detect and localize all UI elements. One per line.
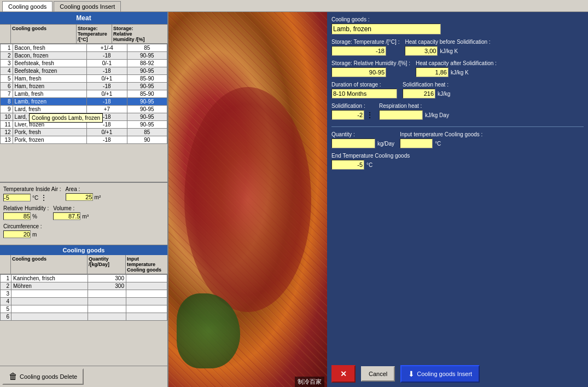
bottom-col-input-temp: Input temperature Cooling goods — [126, 255, 167, 274]
col-header-cooling-goods: Cooling goods — [11, 25, 77, 43]
bottom-section-header: Cooling goods — [0, 245, 167, 255]
duration-input[interactable] — [331, 89, 397, 99]
end-temp-label: End Temperature Cooling goods — [331, 153, 584, 159]
temp-inside-label: Temperature Inside Air : — [3, 186, 61, 192]
storage-temp-label: Storage: Temperature /[°C] : — [331, 39, 399, 45]
solid-heat-unit: kJ/kg — [438, 91, 450, 97]
bottom-col-id — [0, 255, 11, 274]
circumference-unit: m — [32, 232, 37, 238]
solidification-input[interactable] — [331, 110, 364, 120]
area-label: Area : — [66, 186, 101, 192]
tab-cooling-goods-insert[interactable]: Cooling goods Insert — [54, 1, 121, 11]
form-goods-input[interactable] — [331, 24, 441, 34]
table-row[interactable]: 7 Lamb, fresh 0/+1 85-90 — [1, 90, 167, 98]
col-header-id — [0, 25, 11, 43]
temp-inside-unit: °C — [32, 195, 38, 201]
heat-after-input[interactable] — [416, 67, 449, 77]
table-row[interactable]: 2 Bacon, frozen -18 90-95 — [1, 52, 167, 60]
tab-cooling-goods[interactable]: Cooling goods — [2, 1, 53, 11]
col-header-humidity: Storage: Relative Humidity /[%] — [112, 25, 148, 43]
solid-heat-input[interactable] — [403, 89, 435, 99]
bottom-col-quantity: Quantity /[kg/Day] — [88, 255, 126, 274]
duration-label: Duration of storage : — [331, 82, 397, 88]
list-item[interactable]: 2 Möhren 300 — [1, 282, 167, 290]
cat-header-meat: Meat — [0, 12, 167, 25]
heat-before-label: Heat capacity before Solidification : — [405, 39, 490, 45]
solid-heat-label: Solidification heat : — [403, 82, 450, 88]
table-row[interactable]: 9 Lard, fresh +7 90-95 — [1, 106, 167, 113]
cooling-goods-table: 1 Bacon, fresh +1/-4 85 2 Bacon, frozen … — [0, 44, 167, 144]
list-item[interactable]: 6 — [1, 313, 167, 321]
table-row[interactable]: 3 Beefsteak, fresh 0/-1 88-92 — [1, 60, 167, 67]
humidity-label: Relative Humidity : — [3, 205, 49, 211]
resp-heat-label: Respiration heat : — [379, 103, 449, 109]
quantity-label: Quantity : — [331, 131, 394, 137]
insert-button[interactable]: ⬇ Cooling goods Insert — [400, 365, 480, 383]
heat-after-unit: kJ/kg K — [451, 70, 469, 76]
volume-label: Volume : — [53, 205, 89, 211]
circumference-input[interactable] — [3, 230, 31, 238]
solidification-label: Solidification : — [331, 103, 374, 109]
volume-input[interactable] — [53, 212, 80, 220]
delete-button[interactable]: 🗑 Cooling goods Delete — [2, 368, 84, 385]
watermark: 制冷百家 — [295, 377, 324, 387]
table-row[interactable]: 8 Lamb, frozen -18 90-95 — [1, 98, 167, 106]
area-unit: m² — [95, 194, 101, 200]
heat-before-unit: kJ/kg K — [440, 48, 458, 54]
table-row[interactable]: 13 Pork, frozen -18 90 — [1, 136, 167, 144]
insert-icon: ⬇ — [408, 369, 415, 378]
table-row[interactable]: 5 Ham, fresh 0/+1 85-90 — [1, 75, 167, 83]
form-goods-label: Cooling goods : — [331, 16, 584, 22]
humidity-form-label: Storage: Relative Humidity /[%] : — [331, 60, 410, 66]
input-temp-label: Input temperature Cooling goods : — [400, 131, 482, 137]
resp-heat-input[interactable] — [379, 110, 423, 120]
humidity-input[interactable] — [3, 212, 31, 220]
heat-before-input[interactable] — [405, 46, 438, 56]
volume-unit: m³ — [82, 213, 89, 220]
solid-spinner-icon[interactable]: ⋮ — [366, 111, 374, 119]
bottom-table: 1 Kaninchen, frisch 300 2 Möhren 300 3 4… — [0, 274, 167, 321]
tooltip: Cooling goods Lamb, frozen — [29, 113, 103, 123]
bottom-col-goods: Cooling goods — [11, 255, 88, 274]
input-temp-unit: °C — [435, 141, 441, 147]
list-item[interactable]: 4 — [1, 298, 167, 305]
end-temp-unit: °C — [366, 162, 372, 168]
list-item[interactable]: 3 — [1, 290, 167, 298]
cancel-text-button[interactable]: Cancel — [361, 366, 395, 382]
temp-inside-input[interactable] — [3, 194, 31, 201]
list-item[interactable]: 5 — [1, 305, 167, 313]
area-input[interactable] — [66, 193, 93, 201]
resp-heat-unit: kJ/kg Day — [425, 112, 449, 118]
tab-bar: Cooling goods Cooling goods Insert — [0, 0, 588, 12]
table-row[interactable]: 6 Ham, frozen -18 90-95 — [1, 83, 167, 90]
humidity-form-input[interactable] — [331, 67, 386, 77]
x-cancel-button[interactable]: ✕ — [331, 365, 356, 383]
table-row[interactable]: 1 Bacon, fresh +1/-4 85 — [1, 44, 167, 52]
circumference-label: Circumference : — [3, 223, 164, 229]
delete-icon: 🗑 — [9, 372, 18, 382]
humidity-unit: % — [32, 213, 37, 220]
list-item[interactable]: 1 Kaninchen, frisch 300 — [1, 275, 167, 282]
storage-temp-input[interactable] — [331, 46, 386, 56]
table-row[interactable]: 12 Pork, fresh 0/+1 85 — [1, 129, 167, 136]
heat-after-label: Heat capacity after Solidification : — [416, 60, 497, 66]
input-temp-input[interactable] — [400, 138, 433, 148]
table-row[interactable]: 4 Beefsteak, frozen -18 90-95 — [1, 67, 167, 75]
temp-spinner-icon[interactable]: ⋮ — [40, 193, 48, 202]
food-image-area: 制冷百家 — [168, 12, 327, 387]
col-header-temp: Storage: Temperature /[°C] — [77, 25, 112, 43]
quantity-unit: kg/Day — [377, 141, 394, 147]
quantity-input[interactable] — [331, 138, 375, 148]
end-temp-input[interactable] — [331, 160, 364, 170]
